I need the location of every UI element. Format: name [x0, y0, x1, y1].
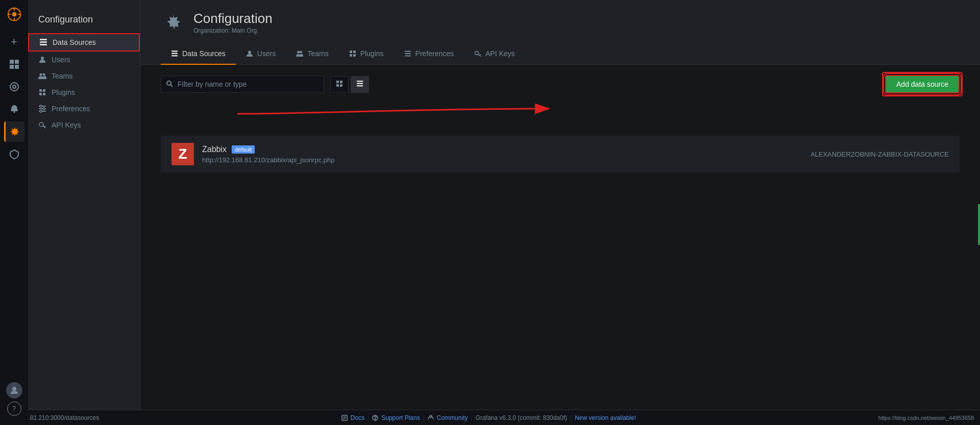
svg-rect-41 — [350, 54, 352, 57]
dashboards-icon[interactable] — [4, 54, 24, 74]
add-panel-icon[interactable]: + — [4, 32, 24, 52]
sidebar-item-data-sources[interactable]: Data Sources — [28, 33, 140, 52]
footer-new-version[interactable]: New version available! — [575, 414, 636, 421]
tab-api-keys[interactable]: API Keys — [464, 43, 525, 65]
green-strip — [978, 204, 980, 245]
search-input[interactable] — [161, 76, 324, 93]
tab-teams-label: Teams — [307, 49, 328, 58]
footer-version: Grafana v6.3.0 (commit: 830da0f) — [476, 414, 567, 421]
svg-rect-52 — [340, 84, 342, 87]
config-header-icon — [161, 10, 185, 35]
tab-data-sources-label: Data Sources — [182, 49, 226, 58]
footer-docs-link[interactable]: Docs — [351, 414, 364, 421]
svg-rect-50 — [340, 81, 342, 83]
svg-point-14 — [12, 387, 16, 391]
svg-point-30 — [40, 110, 42, 112]
view-toggle — [330, 76, 369, 93]
svg-point-18 — [41, 57, 44, 60]
svg-rect-33 — [172, 51, 178, 52]
svg-rect-40 — [353, 51, 356, 53]
svg-rect-21 — [39, 89, 42, 92]
svg-rect-8 — [10, 65, 14, 69]
svg-point-28 — [40, 105, 42, 107]
svg-point-38 — [300, 51, 302, 54]
svg-rect-44 — [405, 53, 411, 54]
svg-point-19 — [40, 73, 42, 76]
footer-sep1: | — [368, 414, 369, 421]
list-view-button[interactable] — [351, 76, 369, 93]
svg-point-47 — [167, 81, 171, 85]
nav-tabs: Data Sources Users Teams — [161, 43, 960, 64]
tab-preferences[interactable]: Preferences — [394, 43, 464, 65]
help-icon[interactable]: ? — [7, 402, 21, 416]
tab-users-label: Users — [257, 49, 276, 58]
shield-icon[interactable] — [4, 144, 24, 164]
ds-name-row: Zabbix default — [202, 145, 802, 154]
svg-point-37 — [297, 51, 300, 54]
ds-info: Zabbix default http://192.168.81.210/zab… — [202, 145, 802, 164]
tab-data-sources[interactable]: Data Sources — [161, 43, 236, 65]
svg-rect-42 — [353, 54, 356, 57]
sidebar-item-users[interactable]: Users — [28, 52, 140, 68]
svg-rect-22 — [43, 89, 45, 92]
datasource-item-zabbix[interactable]: Z Zabbix default http://192.168.81.210/z… — [161, 136, 960, 172]
api-keys-tab-icon — [474, 50, 481, 57]
config-sidebar-title: Configuration — [28, 10, 140, 33]
zabbix-icon: Z — [172, 143, 194, 165]
explore-icon[interactable] — [4, 77, 24, 97]
tab-plugins-label: Plugins — [360, 49, 384, 58]
plugins-sidebar-icon — [38, 88, 46, 96]
toolbar: Add data source — [140, 65, 980, 104]
grid-view-button[interactable] — [330, 76, 349, 93]
footer-docs-icon — [341, 415, 348, 421]
svg-rect-9 — [15, 65, 19, 69]
svg-rect-7 — [15, 60, 19, 64]
svg-point-62 — [375, 419, 376, 419]
header-text: Configuration Organization: Main Org. — [193, 11, 273, 34]
footer-right-url: https://blog.csdn.net/weixin_44953658 — [878, 415, 974, 421]
svg-rect-39 — [350, 51, 352, 53]
footer-community-link[interactable]: Community — [437, 414, 468, 421]
tab-preferences-label: Preferences — [415, 49, 454, 58]
svg-point-63 — [430, 415, 432, 417]
svg-rect-15 — [40, 39, 47, 40]
tab-teams[interactable]: Teams — [286, 43, 338, 65]
add-button-wrapper: Add data source — [885, 75, 960, 93]
sidebar-item-api-keys[interactable]: API Keys — [28, 117, 140, 133]
footer-sep3: | — [471, 414, 472, 421]
svg-rect-12 — [13, 111, 15, 113]
ds-default-badge: default — [232, 145, 255, 154]
config-sidebar: Configuration Data Sources Users Teams — [28, 0, 140, 425]
svg-point-46 — [475, 52, 479, 55]
svg-rect-16 — [40, 41, 47, 43]
toolbar-left — [161, 76, 369, 93]
svg-point-1 — [12, 12, 16, 17]
svg-rect-34 — [172, 53, 178, 55]
users-sidebar-icon — [38, 56, 46, 64]
configuration-icon[interactable] — [4, 121, 24, 142]
alerting-icon[interactable] — [4, 99, 24, 119]
tab-plugins[interactable]: Plugins — [339, 43, 394, 65]
footer-support-icon — [372, 415, 378, 421]
footer-support-link[interactable]: Support Plans — [381, 414, 420, 421]
footer: 192.168.81.210:3000/datasources Docs | S… — [0, 410, 980, 425]
svg-rect-54 — [357, 83, 363, 84]
datasource-list: Z Zabbix default http://192.168.81.210/z… — [140, 136, 980, 172]
sidebar-data-sources-label: Data Sources — [53, 38, 96, 46]
tab-api-keys-label: API Keys — [485, 49, 515, 58]
tab-users[interactable]: Users — [236, 43, 286, 65]
svg-rect-43 — [405, 51, 411, 52]
user-avatar[interactable] — [6, 382, 22, 398]
teams-sidebar-icon — [38, 72, 46, 80]
sidebar-item-plugins[interactable]: Plugins — [28, 84, 140, 101]
header-title-row: Configuration Organization: Main Org. — [161, 10, 960, 43]
add-data-source-button[interactable]: Add data source — [885, 75, 960, 93]
grafana-logo[interactable] — [6, 6, 22, 22]
svg-rect-55 — [357, 85, 363, 87]
ds-url: http://192.168.81.210/zabbix/api_jsonrpc… — [202, 156, 802, 164]
arrow-annotation — [140, 98, 980, 131]
sidebar-item-preferences[interactable]: Preferences — [28, 101, 140, 117]
svg-rect-6 — [10, 60, 14, 64]
sidebar-item-teams[interactable]: Teams — [28, 68, 140, 84]
footer-center: Docs | Support Plans | Community | Grafa… — [99, 414, 878, 421]
